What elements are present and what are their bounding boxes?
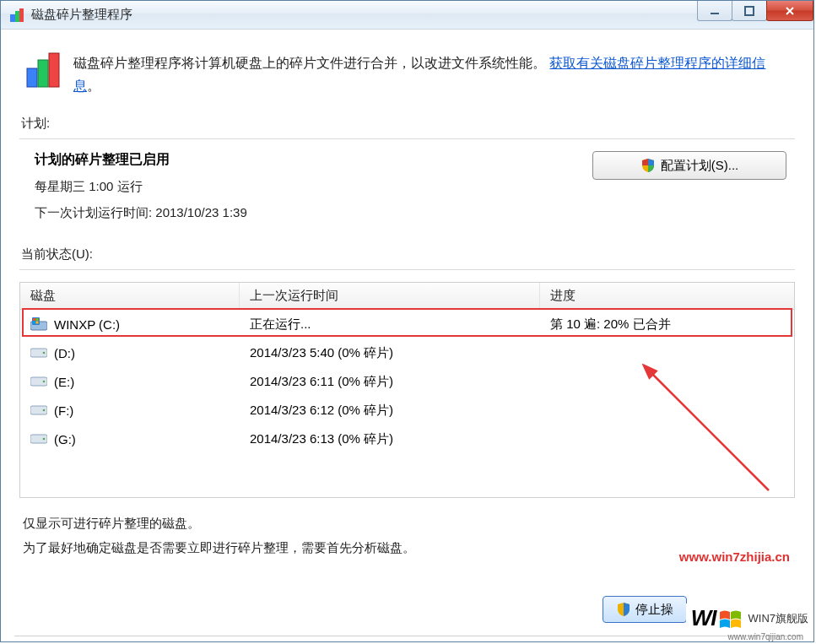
svg-rect-4 [745,7,754,15]
disk-table: 磁盘 上一次运行时间 进度 WINXP (C:) 正在运行... 第 10 遍:… [19,282,795,498]
intro-section: 磁盘碎片整理程序将计算机硬盘上的碎片文件进行合并，以改进文件系统性能。 获取有关… [24,51,790,97]
hdd-icon [30,432,47,446]
hdd-icon [30,375,47,388]
table-row[interactable]: (D:) 2014/3/23 5:40 (0% 碎片) [20,338,794,367]
watermark-tiny-url: www.win7qijian.com [728,632,803,641]
divider [14,636,800,636]
watermark-url: www.win7zhijia.cn [679,549,790,564]
disk-last-run: 2014/3/23 6:13 (0% 碎片) [240,425,540,453]
svg-rect-15 [33,322,35,324]
svg-rect-1 [15,11,19,22]
schedule-heading: 计划的碎片整理已启用 [35,151,576,169]
svg-rect-6 [38,60,48,87]
divider [19,138,795,139]
disk-progress [540,367,794,396]
schedule-runtime: 每星期三 1:00 运行 [35,179,576,195]
close-button[interactable] [766,1,813,21]
divider [19,269,795,270]
defrag-large-icon [24,51,62,89]
svg-rect-16 [36,322,39,324]
status-section-label: 当前状态(U): [21,246,795,262]
shield-icon [640,158,656,173]
watermark-logo: WI WIN7旗舰版 [686,603,808,633]
stop-button[interactable]: 停止操 [603,596,687,623]
table-header: 磁盘 上一次运行时间 进度 [20,283,794,310]
svg-rect-7 [49,53,59,87]
os-drive-icon [30,317,47,331]
window-controls [698,1,813,21]
schedule-info: 计划的碎片整理已启用 每星期三 1:00 运行 下一次计划运行时间: 2013/… [35,151,576,231]
svg-rect-3 [711,13,719,14]
disk-last-run: 2014/3/23 6:12 (0% 碎片) [240,396,540,425]
disk-last-run: 2014/3/23 5:40 (0% 碎片) [240,338,540,367]
watermark-logo-text: WI [691,605,716,631]
note-line-1: 仅显示可进行碎片整理的磁盘。 [23,511,795,536]
svg-point-24 [43,438,46,441]
defrag-app-icon [9,8,24,23]
window-title: 磁盘碎片整理程序 [31,7,132,23]
watermark-logo-sub: WIN7旗舰版 [748,611,809,626]
intro-period: 。 [87,78,100,93]
table-row[interactable]: (F:) 2014/3/23 6:12 (0% 碎片) [20,396,794,425]
column-header-last-run[interactable]: 上一次运行时间 [240,283,540,309]
disk-name: (F:) [54,403,73,418]
disk-progress [540,396,794,425]
hdd-icon [30,403,47,417]
svg-rect-0 [10,14,15,22]
shield-icon [616,602,631,617]
disk-name: WINXP (C:) [54,317,120,332]
configure-schedule-label: 配置计划(S)... [661,158,739,174]
disk-name: (E:) [54,375,74,389]
schedule-section-label: 计划: [21,116,795,132]
maximize-button[interactable] [732,1,767,21]
intro-description: 磁盘碎片整理程序将计算机硬盘上的碎片文件进行合并，以改进文件系统性能。 [73,56,546,70]
table-row[interactable]: (G:) 2014/3/23 6:13 (0% 碎片) [20,425,794,453]
schedule-next-run: 下一次计划运行时间: 2013/10/23 1:39 [35,205,576,221]
disk-last-run: 正在运行... [240,310,540,338]
intro-text: 磁盘碎片整理程序将计算机硬盘上的碎片文件进行合并，以改进文件系统性能。 获取有关… [73,51,790,97]
disk-progress: 第 10 遍: 20% 已合并 [540,310,794,338]
stop-button-label: 停止操 [635,602,673,618]
disk-name: (D:) [54,346,75,360]
disk-progress [540,338,794,367]
configure-schedule-button[interactable]: 配置计划(S)... [592,151,786,180]
svg-point-22 [43,409,46,412]
table-row[interactable]: WINXP (C:) 正在运行... 第 10 遍: 20% 已合并 [20,310,794,338]
hdd-icon [30,346,47,360]
table-row[interactable]: (E:) 2014/3/23 6:11 (0% 碎片) [20,367,794,396]
titlebar: 磁盘碎片整理程序 [1,1,813,30]
column-header-disk[interactable]: 磁盘 [20,283,240,309]
svg-point-18 [43,352,46,354]
column-header-progress[interactable]: 进度 [540,283,794,309]
svg-rect-13 [33,318,35,321]
disk-last-run: 2014/3/23 6:11 (0% 碎片) [240,367,540,396]
minimize-button[interactable] [697,1,732,21]
svg-point-20 [43,381,46,383]
disk-name: (G:) [54,432,76,446]
svg-rect-5 [27,68,37,87]
svg-rect-2 [19,8,24,22]
disk-progress [540,425,794,453]
windows-flag-icon [718,606,743,631]
svg-rect-14 [36,318,39,321]
